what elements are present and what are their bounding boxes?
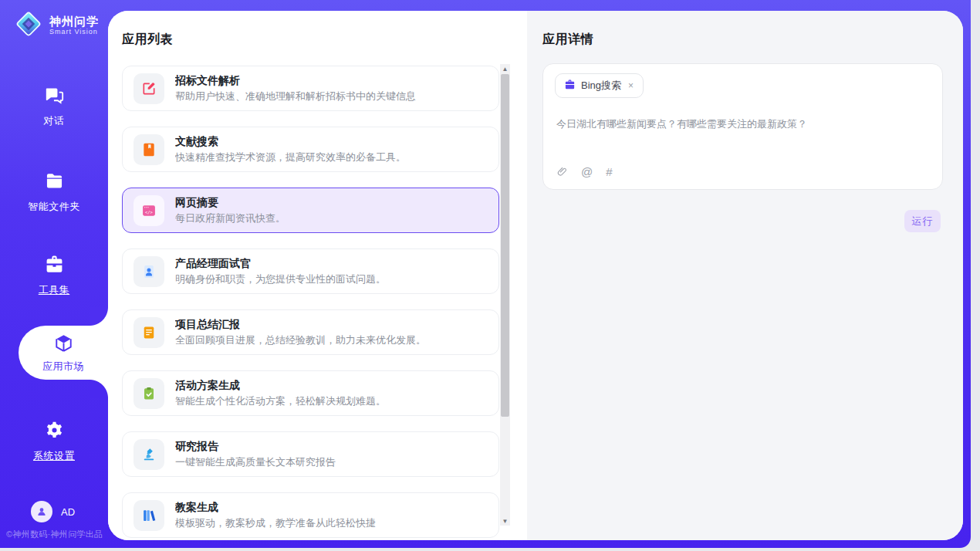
app-card-title: 文献搜索 [175, 134, 406, 149]
tool-tag-label: Bing搜索 [581, 79, 621, 93]
app-detail-title: 应用详情 [527, 11, 963, 48]
app-card-literature-search[interactable]: 文献搜索 快速精准查找学术资源，提高研究效率的必备工具。 [122, 127, 499, 172]
app-card-project-summary[interactable]: 项目总结汇报 全面回顾项目进展，总结经验教训，助力未来优化发展。 [122, 309, 499, 355]
pen-square-icon [133, 73, 164, 104]
app-cards: 招标文件解析 帮助用户快速、准确地理解和解析招标书中的关键信息 文献搜索 快速精… [122, 66, 499, 540]
avatar [31, 501, 52, 522]
composer-toolbar: @ # [556, 165, 613, 178]
briefcase-icon [564, 79, 576, 93]
sidebar-item-toolset[interactable]: 工具集 [0, 254, 108, 297]
book-icon [133, 134, 164, 165]
user-name: AD [61, 506, 75, 518]
scroll-up-arrow[interactable]: ▲ [500, 64, 510, 73]
app-card-title: 活动方案生成 [175, 378, 386, 393]
prompt-composer: Bing搜索 × 今日湖北有哪些新闻要点？有哪些需要关注的最新政策？ @ # [542, 63, 943, 190]
user-chip[interactable]: AD [31, 501, 75, 522]
brand-logo: 神州问学 Smart Vision [14, 9, 99, 42]
sidebar: 神州问学 Smart Vision 对话 智能文件夹 [0, 0, 108, 548]
sidebar-item-label: 工具集 [39, 283, 70, 297]
app-card-desc: 一键智能生成高质量长文本研究报告 [175, 455, 336, 469]
scroll-down-arrow[interactable]: ▼ [500, 516, 510, 526]
sidebar-item-smart-folder[interactable]: 智能文件夹 [0, 171, 108, 214]
sidebar-item-label: 系统设置 [33, 449, 75, 463]
toolbox-icon [44, 254, 65, 278]
app-list-title: 应用列表 [108, 11, 527, 48]
diamond-logo-icon [14, 9, 43, 42]
app-card-desc: 每日政府新闻资讯快查。 [175, 211, 286, 225]
tool-tag-bing-search[interactable]: Bing搜索 × [555, 73, 644, 98]
app-detail-panel: 应用详情 Bing搜索 × 今日湖北有哪些新闻要点？有哪些需要关注的最新政策？ [527, 11, 963, 540]
app-card-bid-analysis[interactable]: 招标文件解析 帮助用户快速、准确地理解和解析招标书中的关键信息 [122, 66, 499, 111]
copyright-note: ©神州数码·神州问学出品 [6, 529, 114, 540]
app-card-research-report[interactable]: 研究报告 一键智能生成高质量长文本研究报告 [122, 431, 499, 477]
main-content: 应用列表 招标文件解析 帮助用户快速、准确地理解和解析招标书中的关键信息 [108, 11, 963, 540]
clipboard-check-icon [133, 378, 164, 409]
sidebar-item-settings[interactable]: 系统设置 [0, 420, 108, 463]
prompt-input[interactable]: 今日湖北有哪些新闻要点？有哪些需要关注的最新政策？ [556, 117, 930, 131]
at-icon[interactable]: @ [581, 165, 593, 178]
app-frame: 神州问学 Smart Vision 对话 智能文件夹 [0, 0, 971, 548]
app-list-scrollbar[interactable]: ▲ ▼ [500, 64, 510, 526]
app-card-desc: 快速精准查找学术资源，提高研究效率的必备工具。 [175, 150, 406, 164]
app-card-title: 教案生成 [175, 500, 376, 515]
sidebar-item-label: 应用市场 [42, 360, 84, 374]
app-card-desc: 模板驱动，教案秒成，教学准备从此轻松快捷 [175, 516, 376, 530]
app-card-desc: 全面回顾项目进展，总结经验教训，助力未来优化发展。 [175, 333, 426, 347]
hash-icon[interactable]: # [606, 165, 612, 178]
run-button[interactable]: 运行 [904, 210, 941, 232]
run-row: 运行 [904, 210, 941, 232]
app-card-desc: 明确身份和职责，为您提供专业性的面试问题。 [175, 272, 386, 286]
paperclip-icon[interactable] [556, 165, 568, 178]
chat-icon [44, 85, 65, 109]
app-card-webpage-summary[interactable]: </> 网页摘要 每日政府新闻资讯快查。 [122, 188, 499, 233]
app-card-event-plan[interactable]: 活动方案生成 智能生成个性化活动方案，轻松解决规划难题。 [122, 370, 499, 416]
interview-doc-icon [133, 256, 164, 287]
app-card-title: 招标文件解析 [175, 73, 416, 88]
app-card-title: 项目总结汇报 [175, 317, 426, 332]
sidebar-item-app-market[interactable]: 应用市场 [19, 326, 108, 380]
brand-name: 神州问学 [49, 15, 99, 28]
microscope-icon [133, 439, 164, 470]
app-list-panel: 应用列表 招标文件解析 帮助用户快速、准确地理解和解析招标书中的关键信息 [108, 11, 527, 540]
app-card-title: 产品经理面试官 [175, 256, 386, 271]
svg-text:</>: </> [145, 209, 154, 214]
app-card-desc: 智能生成个性化活动方案，轻松解决规划难题。 [175, 394, 386, 408]
scrollbar-thumb[interactable] [501, 74, 509, 417]
app-card-title: 研究报告 [175, 439, 336, 454]
sidebar-item-label: 对话 [44, 114, 65, 128]
webpage-code-icon: </> [133, 195, 164, 226]
app-card-desc: 帮助用户快速、准确地理解和解析招标书中的关键信息 [175, 90, 416, 103]
app-card-pm-interviewer[interactable]: 产品经理面试官 明确身份和职责，为您提供专业性的面试问题。 [122, 248, 499, 294]
cube-icon [53, 333, 74, 357]
memo-icon [133, 317, 164, 348]
gear-icon [44, 420, 65, 444]
app-card-lesson-plan[interactable]: 教案生成 模板驱动，教案秒成，教学准备从此轻松快捷 [122, 492, 499, 538]
books-icon [133, 500, 164, 531]
brand-subtitle: Smart Vision [49, 28, 99, 36]
sidebar-item-label: 智能文件夹 [28, 200, 80, 214]
app-card-title: 网页摘要 [175, 195, 286, 210]
sidebar-item-chat[interactable]: 对话 [0, 85, 108, 128]
folder-icon [44, 171, 65, 194]
close-icon[interactable]: × [627, 79, 635, 92]
